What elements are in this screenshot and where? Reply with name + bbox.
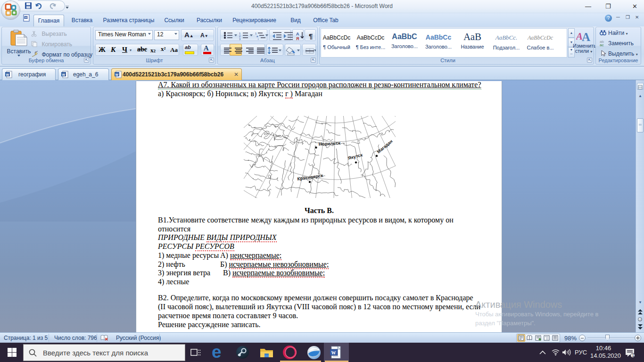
svg-text:А: А <box>296 32 299 36</box>
svg-text:¶: ¶ <box>309 32 313 40</box>
svg-text:W: W <box>331 350 336 355</box>
svg-text:A: A <box>582 31 590 41</box>
svg-text:i: i <box>258 38 258 41</box>
svg-text:W: W <box>6 73 9 76</box>
svg-text:1: 1 <box>632 353 634 358</box>
svg-text:W: W <box>25 16 27 19</box>
svg-text:W: W <box>116 73 119 76</box>
svg-text:W: W <box>62 73 66 76</box>
svg-text:3: 3 <box>239 38 241 41</box>
svg-text:Я: Я <box>296 36 299 41</box>
svg-text:ac: ac <box>600 43 603 46</box>
